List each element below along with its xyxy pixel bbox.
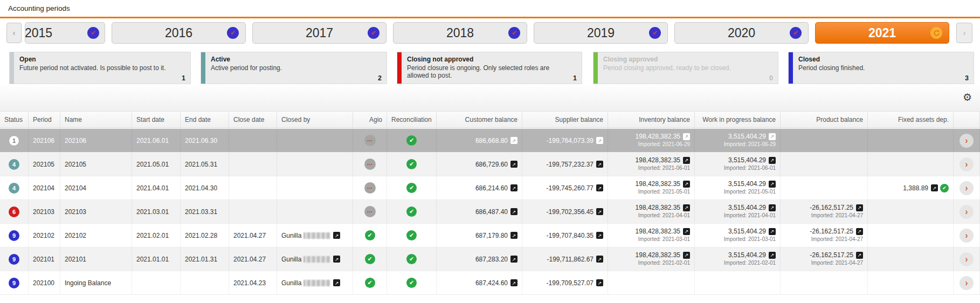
status-card-active[interactable]: ActiveActive period for posting.2 — [201, 52, 387, 84]
column-header-supplier_balance[interactable]: Supplier balance — [522, 112, 608, 128]
column-header-end_date[interactable]: End date — [181, 112, 229, 128]
open-period-button[interactable]: › — [960, 181, 974, 195]
table-row-202103[interactable]: 62021032021032021.03.012021.03.31•••✔686… — [0, 200, 980, 224]
year-tab-2019[interactable]: 2019✔ — [534, 22, 668, 44]
period-status-badge: 9 — [9, 278, 19, 288]
open-link-icon[interactable]: ↗ — [596, 161, 603, 168]
cell-name: Ingoing Balance — [60, 271, 132, 294]
column-header-product_balance[interactable]: Product balance — [781, 112, 868, 128]
cell-fixed_assets_dep — [868, 153, 954, 176]
cell-agio: ✔ — [353, 271, 387, 294]
open-link-icon[interactable]: ↗ — [510, 232, 517, 239]
open-link-icon[interactable]: ↗ — [333, 279, 340, 286]
cell-start_date: 2021.05.01 — [132, 153, 181, 176]
tab-checked-icon: ✔ — [508, 27, 520, 39]
year-tab-2016[interactable]: 2016✔ — [112, 22, 246, 44]
year-tab-2017[interactable]: 2017✔ — [252, 22, 387, 44]
column-header-wip_balance[interactable]: Work in progress balance — [695, 112, 781, 128]
open-link-icon[interactable]: ↗ — [683, 228, 690, 235]
open-link-icon[interactable]: ↗ — [596, 137, 603, 144]
column-header-fixed_assets_dep[interactable]: Fixed assets dep. — [868, 112, 954, 128]
cell-status: 1 — [0, 129, 29, 152]
closed-by-name: Gunilla — [281, 256, 301, 263]
imported-date: Imported: 2021-04-27 — [811, 259, 863, 267]
open-link-icon[interactable]: ↗ — [510, 137, 517, 144]
open-link-icon[interactable]: ↗ — [769, 228, 776, 235]
open-link-icon[interactable]: ↗ — [510, 208, 517, 215]
column-header-status[interactable]: Status — [0, 112, 29, 128]
settings-gear-icon[interactable]: ⚙ — [963, 92, 972, 102]
table-header-row: StatusPeriodNameStart dateEnd dateClose … — [0, 111, 980, 128]
column-header-closed_by[interactable]: Closed by — [277, 112, 353, 128]
open-period-button[interactable]: › — [960, 229, 974, 243]
period-status-badge: 4 — [9, 183, 19, 194]
column-header-period[interactable]: Period — [29, 112, 60, 128]
open-link-icon[interactable]: ↗ — [596, 232, 603, 239]
open-link-icon[interactable]: ↗ — [683, 252, 690, 259]
open-link-icon[interactable]: ↗ — [510, 161, 517, 168]
balance-value: 687,424.60 — [475, 279, 508, 287]
status-card-open[interactable]: OpenFuture period not activated. Is poss… — [9, 52, 191, 84]
column-header-inventory_balance[interactable]: Inventory balance — [608, 112, 695, 128]
column-header-close_date[interactable]: Close date — [229, 112, 277, 128]
page-title: Accounting periods — [8, 4, 70, 12]
status-card-closing-not-approved[interactable]: Closing not approvedPeriod closure is on… — [397, 52, 582, 84]
table-row-202101[interactable]: 92021012021012021.01.012021.01.312021.04… — [0, 247, 980, 271]
prev-years-button[interactable]: ‹ — [6, 23, 22, 43]
open-link-icon[interactable]: ↗ — [769, 133, 776, 140]
column-header-start_date[interactable]: Start date — [132, 112, 181, 128]
open-period-button[interactable]: › — [960, 252, 974, 266]
table-row-202105[interactable]: 42021052021052021.05.012021.05.31•••✔686… — [0, 153, 980, 176]
open-link-icon[interactable]: ↗ — [683, 181, 690, 188]
open-link-icon[interactable]: ↗ — [596, 256, 603, 263]
closed-color-bar — [789, 52, 793, 84]
open-link-icon[interactable]: ↗ — [856, 204, 863, 211]
year-tab-2021[interactable]: 2021 — [815, 22, 949, 44]
cell-inventory_balance — [608, 271, 695, 294]
open-link-icon[interactable]: ↗ — [596, 208, 603, 215]
open-link-icon[interactable]: ↗ — [510, 256, 517, 263]
column-header-name[interactable]: Name — [60, 112, 132, 128]
year-tab-2015[interactable]: 2015✔ — [25, 22, 105, 44]
cell-close_date — [229, 153, 277, 176]
open-link-icon[interactable]: ↗ — [683, 204, 690, 211]
cell-end_date: 2021.04.30 — [181, 176, 229, 199]
open-link-icon[interactable]: ↗ — [333, 256, 340, 263]
open-link-icon[interactable]: ↗ — [596, 279, 603, 286]
table-row-202102[interactable]: 92021022021022021.02.012021.02.282021.04… — [0, 224, 980, 247]
open-link-icon[interactable]: ↗ — [769, 157, 776, 164]
open-link-icon[interactable]: ↗ — [596, 184, 603, 191]
agio-pending-icon: ••• — [364, 206, 376, 217]
status-card-closed[interactable]: ClosedPeriod closing finished.3 — [788, 52, 974, 84]
imported-date: Imported: 2021-02-01 — [724, 259, 776, 267]
year-tab-2020[interactable]: 2020✔ — [674, 22, 809, 44]
open-link-icon[interactable]: ↗ — [856, 252, 863, 259]
open-link-icon[interactable]: ↗ — [769, 252, 776, 259]
accounting-periods-screen: Accounting periods ‹2015✔2016✔2017✔2018✔… — [0, 0, 980, 303]
table-row-202100[interactable]: 9202100Ingoing Balance2021.04.23Gunilla↗… — [0, 271, 980, 295]
open-link-icon[interactable]: ↗ — [333, 232, 340, 239]
year-tab-2018[interactable]: 2018✔ — [393, 22, 527, 44]
column-header-reconciliation[interactable]: Reconciliation — [387, 112, 437, 128]
next-years-button[interactable]: › — [956, 23, 972, 43]
open-period-button[interactable]: › — [960, 134, 974, 148]
open-period-button[interactable]: › — [960, 205, 974, 219]
table-row-202106[interactable]: 12021062021062021.06.012021.06.30•••✔686… — [0, 129, 980, 153]
open-link-icon[interactable]: ↗ — [931, 184, 938, 191]
open-link-icon[interactable]: ↗ — [769, 181, 776, 188]
open-link-icon[interactable]: ↗ — [856, 228, 863, 235]
cell-product_balance — [781, 129, 868, 152]
open-period-button[interactable]: › — [960, 276, 974, 290]
column-header-customer_balance[interactable]: Customer balance — [437, 112, 522, 128]
column-header-agio[interactable]: Agio — [353, 112, 387, 128]
open-link-icon[interactable]: ↗ — [769, 204, 776, 211]
open-link-icon[interactable]: ↗ — [510, 279, 517, 286]
open-link-icon[interactable]: ↗ — [683, 133, 690, 140]
open-link-icon[interactable]: ↗ — [510, 184, 517, 191]
cell-fixed_assets_dep: 1,388.89↗✔ — [868, 176, 954, 199]
open-link-icon[interactable]: ↗ — [683, 157, 690, 164]
open-period-button[interactable]: › — [960, 157, 974, 171]
cell-close_date: 2021.04.27 — [229, 247, 277, 271]
status-card-closing-approved[interactable]: Closing approvedPeriod closing approved,… — [593, 52, 778, 84]
table-row-202104[interactable]: 42021042021042021.04.012021.04.30•••✔686… — [0, 176, 980, 200]
